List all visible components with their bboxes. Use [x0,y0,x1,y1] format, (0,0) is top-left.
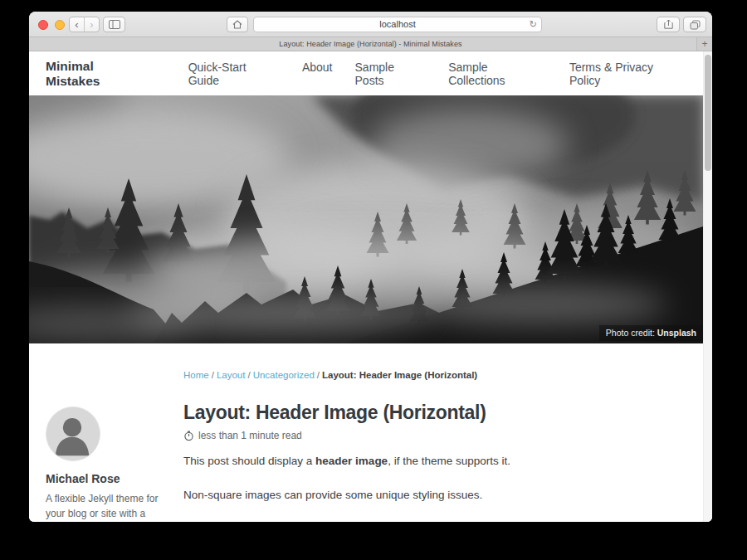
paragraph-3: This post tests a horizontal header imag… [183,522,686,523]
read-time-label: less than 1 minute read [198,430,302,441]
article: Home/Layout/Uncategorized/Layout: Header… [183,370,686,522]
tab-bar: Layout: Header Image (Horizontal) - Mini… [29,37,712,51]
tabs-icon [690,20,701,30]
active-tab[interactable]: Layout: Header Image (Horizontal) - Mini… [279,40,461,48]
clock-icon [183,431,194,441]
article-body: This post should display a header image,… [183,453,686,522]
foggy-forest-image [29,95,703,343]
photo-credit-source: Unsplash [657,328,696,338]
forward-button[interactable]: › [84,17,99,32]
tab-overview-button[interactable] [683,17,706,32]
read-time: less than 1 minute read [183,430,686,441]
page-title: Layout: Header Image (Horizontal) [183,402,686,424]
avatar [46,407,100,461]
browser-window: ‹ › localhost ↻ [29,12,712,522]
nav-item-sample-collections[interactable]: Sample Collections [448,61,547,87]
breadcrumb: Home/Layout/Uncategorized/Layout: Header… [183,370,686,380]
breadcrumb-separator: / [212,370,214,380]
history-nav-group: ‹ › [69,17,100,32]
nav-item-terms-privacy[interactable]: Terms & Privacy Policy [569,61,686,87]
site-nav: Quick-Start Guide About Sample Posts Sam… [188,61,686,87]
share-icon [664,19,673,30]
url-text: localhost [379,19,415,29]
breadcrumb-home[interactable]: Home [183,370,209,380]
sidebar-toggle-button[interactable] [103,17,125,32]
share-button[interactable] [657,17,680,32]
page-viewport: Minimal Mistakes Quick-Start Guide About… [29,51,712,522]
home-button[interactable] [227,17,248,32]
nav-item-sample-posts[interactable]: Sample Posts [355,61,427,87]
breadcrumb-separator: / [317,370,320,380]
site-masthead: Minimal Mistakes Quick-Start Guide About… [29,51,703,95]
photo-credit-prefix: Photo credit: [606,328,655,338]
reload-button[interactable]: ↻ [530,17,537,32]
new-tab-button[interactable]: + [696,37,712,51]
scrollbar-thumb[interactable] [705,55,711,171]
address-bar[interactable]: localhost ↻ [253,17,542,32]
page-content: Michael Rose A flexible Jekyll theme for… [29,343,703,522]
author-name: Michael Rose [46,472,170,485]
paragraph-2: Non-square images can provide some uniqu… [183,487,686,504]
author-bio: A flexible Jekyll theme for your blog or… [46,491,170,522]
sidebar-icon [109,20,120,29]
home-icon [232,20,242,29]
breadcrumb-uncategorized[interactable]: Uncategorized [253,370,315,380]
breadcrumb-separator: / [247,370,250,380]
close-button[interactable] [38,20,48,30]
paragraph-1: This post should display a header image,… [183,453,686,470]
person-silhouette-icon [46,407,98,459]
minimize-button[interactable] [55,20,65,30]
nav-item-about[interactable]: About [302,61,333,87]
author-profile: Michael Rose A flexible Jekyll theme for… [46,407,170,522]
photo-credit-link[interactable]: Photo credit: Unsplash [599,325,703,341]
breadcrumb-current: Layout: Header Image (Horizontal) [322,370,477,380]
browser-titlebar: ‹ › localhost ↻ [29,12,712,37]
breadcrumb-layout[interactable]: Layout [217,370,246,380]
back-button[interactable]: ‹ [70,17,84,32]
nav-item-quick-start-guide[interactable]: Quick-Start Guide [188,61,280,87]
site-title-link[interactable]: Minimal Mistakes [46,59,151,89]
header-image: Photo credit: Unsplash [29,95,703,343]
